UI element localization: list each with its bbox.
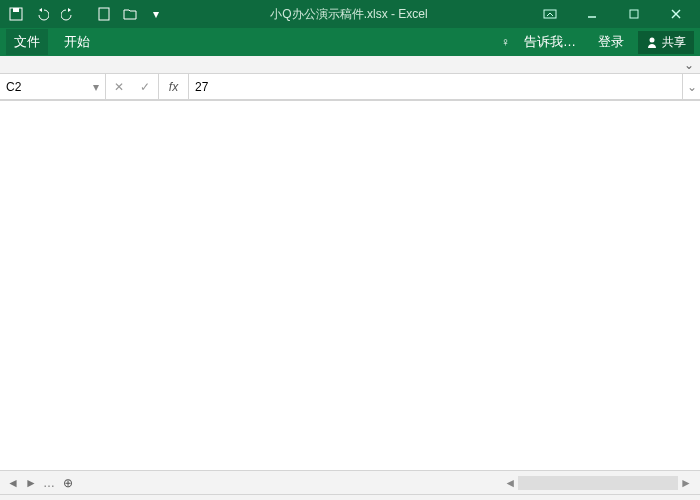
ribbon-options-icon[interactable] bbox=[530, 3, 570, 25]
svg-rect-5 bbox=[630, 10, 638, 18]
qat-dropdown-icon[interactable]: ▾ bbox=[144, 3, 168, 25]
status-bar: 平均值: 38.26666667 计数: 30 数值计数: 30 最小值: 2 … bbox=[0, 494, 700, 500]
ribbon-tabs: 文件 开始 ♀ 告诉我… 登录 共享 bbox=[0, 28, 700, 56]
tab-nav-next-icon[interactable]: ► bbox=[22, 476, 40, 490]
chevron-down-icon[interactable]: ⌄ bbox=[684, 58, 694, 72]
share-label: 共享 bbox=[662, 34, 686, 51]
formula-value: 27 bbox=[195, 80, 208, 94]
svg-rect-1 bbox=[13, 8, 19, 12]
person-icon bbox=[646, 36, 658, 48]
tab-file[interactable]: 文件 bbox=[6, 29, 48, 55]
chevron-down-icon[interactable]: ▾ bbox=[93, 80, 99, 94]
spreadsheet-grid[interactable] bbox=[0, 100, 700, 470]
horizontal-scrollbar[interactable]: ◄ ► bbox=[78, 476, 696, 490]
redo-icon[interactable] bbox=[56, 3, 80, 25]
signin-button[interactable]: 登录 bbox=[590, 29, 632, 55]
svg-point-8 bbox=[650, 38, 655, 43]
new-file-icon[interactable] bbox=[92, 3, 116, 25]
ribbon-collapse-bar: ⌄ bbox=[0, 56, 700, 74]
title-bar: ▾ 小Q办公演示稿件.xlsx - Excel bbox=[0, 0, 700, 28]
svg-rect-2 bbox=[99, 8, 109, 20]
tab-nav-prev-icon[interactable]: ◄ bbox=[4, 476, 22, 490]
formula-bar[interactable]: 27 bbox=[189, 74, 682, 99]
open-file-icon[interactable] bbox=[118, 3, 142, 25]
add-sheet-icon[interactable]: ⊕ bbox=[58, 476, 78, 490]
tab-开始[interactable]: 开始 bbox=[56, 29, 98, 55]
tab-overflow-icon[interactable]: … bbox=[40, 476, 58, 490]
name-box-input[interactable] bbox=[6, 80, 76, 94]
expand-formula-icon[interactable]: ⌄ bbox=[682, 74, 700, 99]
close-icon[interactable] bbox=[656, 3, 696, 25]
sheet-tab-strip: ◄ ► … ⊕ ◄ ► bbox=[0, 470, 700, 494]
share-button[interactable]: 共享 bbox=[638, 31, 694, 54]
lightbulb-icon: ♀ bbox=[501, 35, 510, 49]
name-box[interactable]: ▾ bbox=[0, 74, 106, 99]
svg-rect-3 bbox=[544, 10, 556, 18]
minimize-icon[interactable] bbox=[572, 3, 612, 25]
save-icon[interactable] bbox=[4, 3, 28, 25]
fx-icon[interactable]: fx bbox=[159, 74, 189, 99]
cancel-icon[interactable]: ✕ bbox=[106, 80, 132, 94]
quick-access-toolbar: ▾ bbox=[4, 3, 168, 25]
formula-bar-row: ▾ ✕ ✓ fx 27 ⌄ bbox=[0, 74, 700, 100]
maximize-icon[interactable] bbox=[614, 3, 654, 25]
undo-icon[interactable] bbox=[30, 3, 54, 25]
window-controls bbox=[530, 3, 696, 25]
window-title: 小Q办公演示稿件.xlsx - Excel bbox=[168, 6, 530, 23]
formula-buttons: ✕ ✓ bbox=[106, 74, 159, 99]
enter-icon[interactable]: ✓ bbox=[132, 80, 158, 94]
tell-me-search[interactable]: 告诉我… bbox=[516, 29, 584, 55]
